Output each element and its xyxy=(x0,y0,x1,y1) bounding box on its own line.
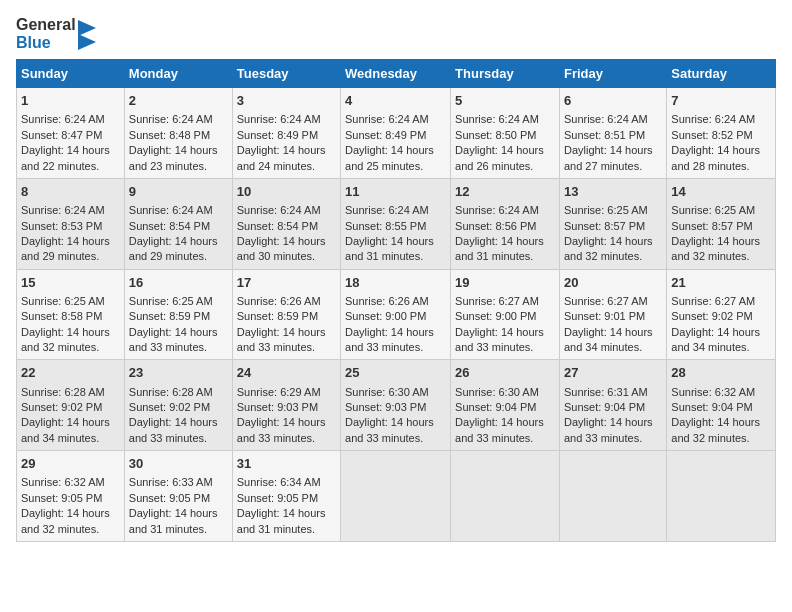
sunrise-text: Sunrise: 6:27 AM xyxy=(455,294,555,309)
day-number: 14 xyxy=(671,183,771,201)
sunrise-text: Sunrise: 6:27 AM xyxy=(671,294,771,309)
daylight-text: Daylight: 14 hours and 25 minutes. xyxy=(345,143,446,174)
daylight-text: Daylight: 14 hours and 27 minutes. xyxy=(564,143,662,174)
sunset-text: Sunset: 8:58 PM xyxy=(21,309,120,324)
calendar-cell: 10Sunrise: 6:24 AMSunset: 8:54 PMDayligh… xyxy=(232,178,340,269)
sunset-text: Sunset: 9:04 PM xyxy=(671,400,771,415)
svg-marker-1 xyxy=(78,34,96,50)
calendar-cell: 23Sunrise: 6:28 AMSunset: 9:02 PMDayligh… xyxy=(124,360,232,451)
calendar-cell: 30Sunrise: 6:33 AMSunset: 9:05 PMDayligh… xyxy=(124,451,232,542)
sunrise-text: Sunrise: 6:30 AM xyxy=(455,385,555,400)
sunrise-text: Sunrise: 6:25 AM xyxy=(21,294,120,309)
sunset-text: Sunset: 9:00 PM xyxy=(455,309,555,324)
sunset-text: Sunset: 8:57 PM xyxy=(564,219,662,234)
daylight-text: Daylight: 14 hours and 33 minutes. xyxy=(455,415,555,446)
calendar-cell: 12Sunrise: 6:24 AMSunset: 8:56 PMDayligh… xyxy=(451,178,560,269)
daylight-text: Daylight: 14 hours and 31 minutes. xyxy=(237,506,336,537)
sunset-text: Sunset: 8:59 PM xyxy=(129,309,228,324)
weekday-header-wednesday: Wednesday xyxy=(341,60,451,88)
day-number: 1 xyxy=(21,92,120,110)
sunrise-text: Sunrise: 6:24 AM xyxy=(455,112,555,127)
sunset-text: Sunset: 8:50 PM xyxy=(455,128,555,143)
sunset-text: Sunset: 9:03 PM xyxy=(345,400,446,415)
calendar-cell: 9Sunrise: 6:24 AMSunset: 8:54 PMDaylight… xyxy=(124,178,232,269)
day-number: 28 xyxy=(671,364,771,382)
sunset-text: Sunset: 9:04 PM xyxy=(564,400,662,415)
calendar-cell: 11Sunrise: 6:24 AMSunset: 8:55 PMDayligh… xyxy=(341,178,451,269)
sunrise-text: Sunrise: 6:26 AM xyxy=(345,294,446,309)
calendar-cell: 1Sunrise: 6:24 AMSunset: 8:47 PMDaylight… xyxy=(17,88,125,179)
daylight-text: Daylight: 14 hours and 33 minutes. xyxy=(455,325,555,356)
daylight-text: Daylight: 14 hours and 34 minutes. xyxy=(564,325,662,356)
calendar-cell: 26Sunrise: 6:30 AMSunset: 9:04 PMDayligh… xyxy=(451,360,560,451)
sunrise-text: Sunrise: 6:33 AM xyxy=(129,475,228,490)
sunrise-text: Sunrise: 6:24 AM xyxy=(21,203,120,218)
sunrise-text: Sunrise: 6:32 AM xyxy=(21,475,120,490)
sunset-text: Sunset: 8:47 PM xyxy=(21,128,120,143)
day-number: 26 xyxy=(455,364,555,382)
calendar-cell: 25Sunrise: 6:30 AMSunset: 9:03 PMDayligh… xyxy=(341,360,451,451)
sunset-text: Sunset: 9:02 PM xyxy=(21,400,120,415)
sunrise-text: Sunrise: 6:24 AM xyxy=(129,203,228,218)
weekday-header-tuesday: Tuesday xyxy=(232,60,340,88)
weekday-header-thursday: Thursday xyxy=(451,60,560,88)
day-number: 16 xyxy=(129,274,228,292)
calendar-cell xyxy=(451,451,560,542)
day-number: 8 xyxy=(21,183,120,201)
day-number: 17 xyxy=(237,274,336,292)
calendar-cell: 6Sunrise: 6:24 AMSunset: 8:51 PMDaylight… xyxy=(559,88,666,179)
calendar-cell: 22Sunrise: 6:28 AMSunset: 9:02 PMDayligh… xyxy=(17,360,125,451)
daylight-text: Daylight: 14 hours and 34 minutes. xyxy=(21,415,120,446)
calendar-cell: 24Sunrise: 6:29 AMSunset: 9:03 PMDayligh… xyxy=(232,360,340,451)
calendar-cell: 19Sunrise: 6:27 AMSunset: 9:00 PMDayligh… xyxy=(451,269,560,360)
daylight-text: Daylight: 14 hours and 28 minutes. xyxy=(671,143,771,174)
calendar-cell: 8Sunrise: 6:24 AMSunset: 8:53 PMDaylight… xyxy=(17,178,125,269)
day-number: 21 xyxy=(671,274,771,292)
sunrise-text: Sunrise: 6:28 AM xyxy=(21,385,120,400)
daylight-text: Daylight: 14 hours and 32 minutes. xyxy=(564,234,662,265)
calendar-cell: 20Sunrise: 6:27 AMSunset: 9:01 PMDayligh… xyxy=(559,269,666,360)
calendar-cell: 31Sunrise: 6:34 AMSunset: 9:05 PMDayligh… xyxy=(232,451,340,542)
daylight-text: Daylight: 14 hours and 34 minutes. xyxy=(671,325,771,356)
daylight-text: Daylight: 14 hours and 32 minutes. xyxy=(671,415,771,446)
calendar-cell: 14Sunrise: 6:25 AMSunset: 8:57 PMDayligh… xyxy=(667,178,776,269)
day-number: 10 xyxy=(237,183,336,201)
daylight-text: Daylight: 14 hours and 30 minutes. xyxy=(237,234,336,265)
calendar-week-row: 1Sunrise: 6:24 AMSunset: 8:47 PMDaylight… xyxy=(17,88,776,179)
daylight-text: Daylight: 14 hours and 33 minutes. xyxy=(345,415,446,446)
sunset-text: Sunset: 9:00 PM xyxy=(345,309,446,324)
sunrise-text: Sunrise: 6:27 AM xyxy=(564,294,662,309)
weekday-header-friday: Friday xyxy=(559,60,666,88)
calendar-cell: 7Sunrise: 6:24 AMSunset: 8:52 PMDaylight… xyxy=(667,88,776,179)
sunset-text: Sunset: 8:49 PM xyxy=(345,128,446,143)
sunrise-text: Sunrise: 6:24 AM xyxy=(455,203,555,218)
daylight-text: Daylight: 14 hours and 32 minutes. xyxy=(671,234,771,265)
weekday-header-sunday: Sunday xyxy=(17,60,125,88)
sunset-text: Sunset: 8:57 PM xyxy=(671,219,771,234)
day-number: 12 xyxy=(455,183,555,201)
day-number: 9 xyxy=(129,183,228,201)
sunrise-text: Sunrise: 6:26 AM xyxy=(237,294,336,309)
daylight-text: Daylight: 14 hours and 26 minutes. xyxy=(455,143,555,174)
sunrise-text: Sunrise: 6:28 AM xyxy=(129,385,228,400)
daylight-text: Daylight: 14 hours and 23 minutes. xyxy=(129,143,228,174)
sunset-text: Sunset: 9:04 PM xyxy=(455,400,555,415)
sunrise-text: Sunrise: 6:24 AM xyxy=(129,112,228,127)
calendar-cell: 15Sunrise: 6:25 AMSunset: 8:58 PMDayligh… xyxy=(17,269,125,360)
calendar-week-row: 8Sunrise: 6:24 AMSunset: 8:53 PMDaylight… xyxy=(17,178,776,269)
sunrise-text: Sunrise: 6:34 AM xyxy=(237,475,336,490)
sunset-text: Sunset: 9:02 PM xyxy=(671,309,771,324)
sunset-text: Sunset: 8:56 PM xyxy=(455,219,555,234)
logo-brand: General Blue xyxy=(16,16,96,51)
daylight-text: Daylight: 14 hours and 31 minutes. xyxy=(345,234,446,265)
day-number: 20 xyxy=(564,274,662,292)
day-number: 18 xyxy=(345,274,446,292)
sunset-text: Sunset: 8:51 PM xyxy=(564,128,662,143)
day-number: 29 xyxy=(21,455,120,473)
calendar-week-row: 29Sunrise: 6:32 AMSunset: 9:05 PMDayligh… xyxy=(17,451,776,542)
daylight-text: Daylight: 14 hours and 32 minutes. xyxy=(21,506,120,537)
day-number: 25 xyxy=(345,364,446,382)
sunset-text: Sunset: 8:48 PM xyxy=(129,128,228,143)
calendar-week-row: 22Sunrise: 6:28 AMSunset: 9:02 PMDayligh… xyxy=(17,360,776,451)
sunrise-text: Sunrise: 6:31 AM xyxy=(564,385,662,400)
